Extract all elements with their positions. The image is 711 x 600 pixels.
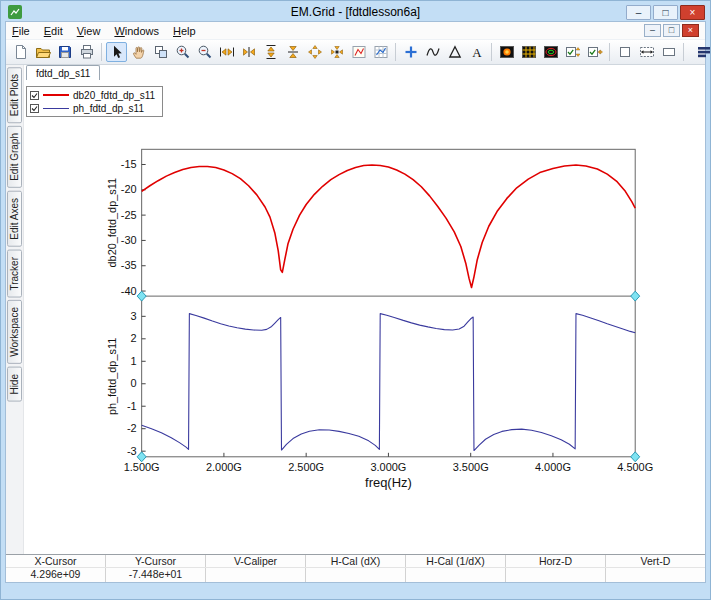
axis-handle[interactable] [631, 291, 640, 301]
window-frame: EM.Grid - [fdtdlesson6a] – □ × File Edit… [0, 0, 711, 600]
status-header-v-caliper: V-Caliper [206, 555, 306, 567]
layout-icon [696, 44, 711, 60]
y-tick-label: -20 [121, 183, 137, 195]
stretch-h-icon[interactable] [216, 42, 237, 62]
legend-box: db20_fdtd_dp_s11 ph_fdtd_dp_s11 [26, 86, 163, 117]
status-header-hcal-1dx: H-Cal (1/dX) [406, 555, 506, 567]
status-value-hcal-1dx [406, 568, 506, 582]
sidebar-tab-hide[interactable]: Hide [7, 367, 22, 402]
stretch-v-icon[interactable] [260, 42, 281, 62]
contour-icon[interactable] [540, 42, 561, 62]
pan-hand-icon[interactable] [128, 42, 149, 62]
y-tick-label: -2 [127, 422, 137, 434]
toolbar-separator [609, 43, 610, 61]
toolbar-separator [395, 43, 396, 61]
legend-line-sample [43, 94, 69, 96]
y-axis-title: ph_fdtd_dp_s11 [106, 338, 118, 415]
legend-entry-ph[interactable]: ph_fdtd_dp_s11 [30, 102, 155, 114]
workspace: Edit Plots Edit Graph Edit Axes Tracker … [6, 65, 705, 554]
sidebar-tab-edit-graph[interactable]: Edit Graph [7, 126, 22, 188]
caliper-icon[interactable] [636, 42, 657, 62]
status-header-y-cursor: Y-Cursor [106, 555, 206, 567]
stretch-hv-icon[interactable] [304, 42, 325, 62]
compress-v-icon[interactable] [282, 42, 303, 62]
menu-file[interactable]: File [12, 25, 30, 37]
toolbar-separator [683, 43, 684, 61]
layout-button[interactable]: Layout ▼ [690, 42, 711, 62]
compress-hv-icon[interactable] [326, 42, 347, 62]
mesh-icon[interactable] [518, 42, 539, 62]
y-tick-label: 0 [131, 377, 137, 389]
mdi-restore-button[interactable]: □ [663, 24, 680, 37]
new-icon[interactable] [10, 42, 31, 62]
sidebar-tab-tracker[interactable]: Tracker [7, 250, 22, 298]
legend-label: ph_fdtd_dp_s11 [73, 103, 144, 114]
sidebar-tab-edit-plots[interactable]: Edit Plots [7, 67, 22, 123]
x-tick-label: 2.000G [206, 461, 242, 473]
close-button[interactable]: × [680, 5, 705, 20]
status-bar: X-Cursor Y-Cursor V-Caliper H-Cal (dX) H… [6, 554, 705, 582]
y-tick-label: -35 [121, 259, 137, 271]
zoom-out-icon[interactable] [194, 42, 215, 62]
compress-h-icon[interactable] [238, 42, 259, 62]
svg-text:A: A [472, 45, 482, 60]
status-value-horz-d [506, 568, 606, 582]
axes-icon[interactable] [348, 42, 369, 62]
save-icon[interactable] [54, 42, 75, 62]
toolbar-separator [101, 43, 102, 61]
status-value-y-cursor: -7.448e+01 [106, 568, 206, 582]
status-value-v-caliper [206, 568, 306, 582]
select-region-icon[interactable] [150, 42, 171, 62]
print-icon[interactable] [76, 42, 97, 62]
marker-spin-v-icon[interactable] [562, 42, 583, 62]
curve-icon[interactable] [422, 42, 443, 62]
menu-windows[interactable]: Windows [114, 25, 159, 37]
y-tick-label: 3 [131, 310, 137, 322]
legend-label: db20_fdtd_dp_s11 [73, 90, 155, 101]
legend-checkbox[interactable] [30, 91, 39, 100]
minimize-button[interactable]: – [626, 5, 651, 20]
grid-icon[interactable] [370, 42, 391, 62]
series-db20_fdtd_dp_s11[interactable] [142, 165, 636, 288]
menu-help[interactable]: Help [173, 25, 196, 37]
status-header-hcal-dx: H-Cal (dX) [306, 555, 406, 567]
legend-entry-db20[interactable]: db20_fdtd_dp_s11 [30, 89, 155, 101]
legend-checkbox[interactable] [30, 104, 39, 113]
x-tick-label: 3.000G [370, 461, 406, 473]
axis-handle[interactable] [137, 291, 146, 301]
y-tick-label: -25 [121, 209, 137, 221]
menu-view[interactable]: View [77, 25, 101, 37]
status-value-vert-d [606, 568, 705, 582]
x-tick-label: 2.500G [288, 461, 324, 473]
zoom-in-icon[interactable] [172, 42, 193, 62]
open-icon[interactable] [32, 42, 53, 62]
side-tab-strip: Edit Plots Edit Graph Edit Axes Tracker … [6, 65, 24, 554]
y-tick-label: -3 [127, 445, 137, 457]
text-label-icon[interactable]: A [466, 42, 487, 62]
colormap-icon[interactable] [496, 42, 517, 62]
chart-canvas[interactable]: -15-20-25-30-35-40db20_fdtd_dp_s113210-1… [24, 65, 705, 554]
sidebar-tab-workspace[interactable]: Workspace [7, 300, 22, 364]
maximize-button[interactable]: □ [653, 5, 678, 20]
title-bar[interactable]: EM.Grid - [fdtdlesson6a] – □ × [2, 2, 709, 21]
x-tick-label: 1.500G [124, 461, 160, 473]
menu-edit[interactable]: Edit [44, 25, 63, 37]
toolbar-separator [491, 43, 492, 61]
series-ph_fdtd_dp_s11[interactable] [142, 314, 636, 451]
x-tick-label: 4.500G [617, 461, 653, 473]
toolbar: A Layout ▼ [6, 39, 705, 65]
sidebar-tab-edit-axes[interactable]: Edit Axes [7, 191, 22, 247]
status-value-x-cursor: 4.296e+09 [6, 568, 106, 582]
rect-select-icon[interactable] [658, 42, 679, 62]
document-tab[interactable]: fdtd_dp_s11 [26, 65, 100, 80]
add-trace-icon[interactable] [400, 42, 421, 62]
mdi-minimize-button[interactable]: – [644, 24, 661, 37]
y-tick-label: -1 [127, 400, 137, 412]
marker-spin-h-icon[interactable] [584, 42, 605, 62]
checkbox-icon[interactable] [614, 42, 635, 62]
mdi-close-button[interactable]: × [682, 24, 699, 37]
pointer-icon[interactable] [106, 42, 127, 62]
delta-icon[interactable] [444, 42, 465, 62]
x-axis-title: freq(Hz) [365, 475, 412, 490]
menu-bar: File Edit View Windows Help – □ × [6, 22, 705, 39]
